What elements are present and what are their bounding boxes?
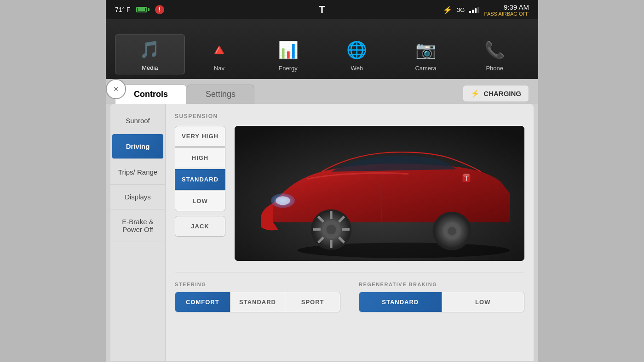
svg-point-8 bbox=[327, 225, 336, 234]
steering-btn-group: COMFORT STANDARD SPORT bbox=[175, 292, 340, 312]
status-center: T bbox=[319, 4, 325, 16]
regen-btn-group: STANDARD LOW bbox=[359, 292, 524, 312]
steering-btn-comfort[interactable]: COMFORT bbox=[175, 292, 230, 312]
susp-btn-high[interactable]: HIGH bbox=[175, 147, 225, 168]
app-icon-camera[interactable]: 📷 Camera bbox=[391, 35, 460, 74]
close-button[interactable]: × bbox=[106, 79, 126, 99]
airbag-status: PASS AIRBAG OFF bbox=[484, 11, 529, 17]
car-image bbox=[235, 126, 524, 261]
app-bar: 🎵 Media 🔺 Nav 📊 Energy 🌐 Web 📷 Camera 📞 … bbox=[106, 19, 538, 79]
tesla-logo: T bbox=[319, 4, 325, 16]
temperature: 71° F bbox=[115, 6, 131, 13]
battery-icon bbox=[136, 7, 150, 12]
app-icon-phone[interactable]: 📞 Phone bbox=[460, 35, 529, 74]
suspension-buttons: VERY HIGH HIGH STANDARD LOW bbox=[175, 126, 225, 211]
main-panel: Controls Settings ⚡ CHARGING Sunroof Dri… bbox=[106, 79, 538, 362]
app-icon-energy[interactable]: 📊 Energy bbox=[253, 35, 322, 74]
energy-label: Energy bbox=[279, 65, 298, 72]
regen-braking-label: REGENERATIVE BRAKING bbox=[359, 282, 524, 287]
sidebar-item-driving[interactable]: Driving bbox=[112, 134, 163, 159]
steering-btn-sport[interactable]: SPORT bbox=[285, 292, 340, 312]
regen-braking-group: REGENERATIVE BRAKING STANDARD LOW bbox=[359, 282, 524, 312]
time: 9:39 AM bbox=[484, 3, 529, 11]
regen-btn-low[interactable]: LOW bbox=[442, 292, 524, 312]
charging-button[interactable]: ⚡ CHARGING bbox=[463, 85, 529, 102]
suspension-area: VERY HIGH HIGH STANDARD LOW JACK bbox=[175, 126, 524, 261]
network-label: 3G bbox=[457, 6, 465, 13]
status-right: ⚡ 3G 9:39 AM PASS AIRBAG OFF bbox=[443, 3, 529, 17]
status-left: 71° F ! bbox=[115, 5, 164, 14]
content-area: Sunroof Driving Trips/ Range Displays E-… bbox=[110, 104, 534, 361]
time-display: 9:39 AM PASS AIRBAG OFF bbox=[484, 3, 529, 17]
sidebar-item-ebrake[interactable]: E-Brake & Power Off bbox=[110, 209, 165, 242]
car-display bbox=[235, 126, 524, 261]
status-bar: 71° F ! T ⚡ 3G 9:39 AM PASS AIRBAG OFF bbox=[106, 0, 538, 19]
phone-icon: 📞 bbox=[483, 38, 506, 62]
bottom-controls: STEERING COMFORT STANDARD SPORT REGENERA… bbox=[175, 272, 524, 312]
app-icon-media[interactable]: 🎵 Media bbox=[115, 34, 185, 74]
svg-point-20 bbox=[448, 226, 456, 235]
regen-btn-standard[interactable]: STANDARD bbox=[359, 292, 442, 312]
media-icon: 🎵 bbox=[138, 38, 162, 62]
main-content: SUSPENSION VERY HIGH HIGH STANDARD LOW J… bbox=[166, 104, 534, 361]
sidebar-item-trips-range[interactable]: Trips/ Range bbox=[110, 160, 165, 185]
right-background bbox=[538, 0, 644, 362]
left-background bbox=[0, 0, 106, 362]
web-label: Web bbox=[351, 65, 363, 72]
steering-btn-standard[interactable]: STANDARD bbox=[230, 292, 286, 312]
alert-badge: ! bbox=[155, 5, 164, 14]
camera-icon: 📷 bbox=[414, 38, 438, 62]
media-label: Media bbox=[142, 64, 158, 71]
susp-btn-standard[interactable]: STANDARD bbox=[175, 169, 225, 190]
charging-label: CHARGING bbox=[483, 90, 521, 97]
steering-label: STEERING bbox=[175, 282, 340, 287]
energy-icon: 📊 bbox=[276, 38, 300, 62]
sidebar-item-sunroof[interactable]: Sunroof bbox=[110, 108, 165, 133]
signal-bars bbox=[469, 7, 479, 13]
suspension-controls: VERY HIGH HIGH STANDARD LOW JACK bbox=[175, 126, 225, 261]
jack-button[interactable]: JACK bbox=[175, 216, 225, 237]
sidebar: Sunroof Driving Trips/ Range Displays E-… bbox=[110, 104, 166, 361]
suspension-label: SUSPENSION bbox=[175, 113, 524, 119]
susp-btn-very-high[interactable]: VERY HIGH bbox=[175, 126, 225, 147]
bluetooth-icon: ⚡ bbox=[443, 6, 452, 14]
steering-group: STEERING COMFORT STANDARD SPORT bbox=[175, 282, 340, 312]
susp-btn-low[interactable]: LOW bbox=[175, 191, 225, 211]
web-icon: 🌐 bbox=[345, 38, 369, 62]
tab-bar: Controls Settings ⚡ CHARGING bbox=[106, 79, 538, 104]
nav-icon: 🔺 bbox=[207, 38, 231, 62]
camera-label: Camera bbox=[415, 65, 436, 72]
app-icon-nav[interactable]: 🔺 Nav bbox=[185, 35, 254, 74]
sidebar-item-displays[interactable]: Displays bbox=[110, 185, 165, 209]
svg-point-3 bbox=[276, 196, 290, 205]
phone-label: Phone bbox=[486, 65, 503, 72]
nav-label: Nav bbox=[214, 65, 224, 72]
tab-settings[interactable]: Settings bbox=[187, 85, 254, 104]
charging-icon: ⚡ bbox=[471, 89, 480, 98]
app-icon-web[interactable]: 🌐 Web bbox=[322, 35, 391, 74]
